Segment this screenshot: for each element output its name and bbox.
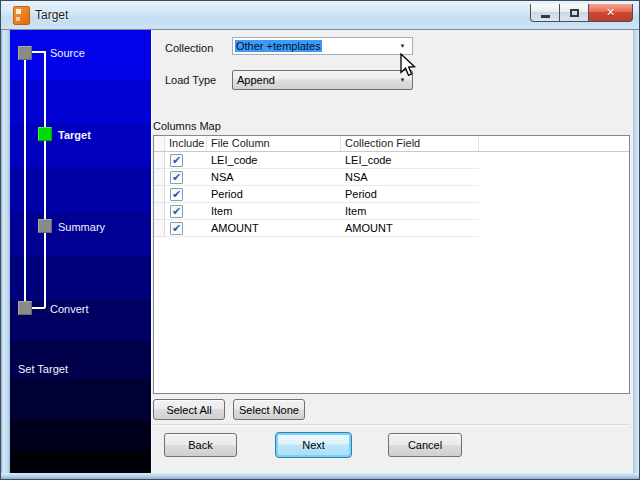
maximize-button[interactable] — [559, 4, 588, 22]
sidebar-status-text: Set Target — [18, 363, 68, 375]
step-connector-line — [44, 51, 46, 308]
collection-field-cell[interactable]: Period — [341, 186, 479, 203]
include-checkbox-checked[interactable]: ✔ — [170, 154, 183, 167]
select-none-button[interactable]: Select None — [233, 399, 305, 420]
load-type-value: Append — [237, 74, 275, 86]
include-checkbox-checked[interactable]: ✔ — [170, 188, 183, 201]
include-checkbox-checked[interactable]: ✔ — [170, 205, 183, 218]
file-column-cell[interactable]: AMOUNT — [207, 220, 341, 237]
window-frame-right — [633, 30, 640, 473]
titlebar[interactable]: Target ✕ — [1, 1, 640, 29]
sidebar-step-summary: Summary — [58, 221, 105, 233]
select-all-button[interactable]: Select All — [153, 399, 225, 420]
row-selector[interactable] — [154, 169, 165, 186]
collection-label: Collection — [165, 42, 213, 54]
load-type-label: Load Type — [165, 74, 216, 86]
sidebar-step-source: Source — [50, 47, 85, 59]
table-row[interactable]: ✔ LEI_code LEI_code — [154, 152, 479, 169]
app-icon — [13, 6, 30, 25]
row-selector[interactable] — [154, 203, 165, 220]
table-row[interactable]: ✔ Period Period — [154, 186, 479, 203]
columns-map-grid[interactable]: Include File Column Collection Field ✔ L… — [153, 135, 630, 394]
file-column-cell[interactable]: Item — [207, 203, 341, 220]
row-selector-header — [154, 136, 165, 151]
table-row[interactable]: ✔ AMOUNT AMOUNT — [154, 220, 479, 237]
table-row[interactable]: ✔ Item Item — [154, 203, 479, 220]
chevron-down-icon[interactable]: ▼ — [395, 39, 410, 53]
columns-map-title: Columns Map — [153, 120, 221, 132]
collection-field-cell[interactable]: LEI_code — [341, 152, 479, 169]
header-file-column: File Column — [207, 136, 341, 151]
step-connector-line — [24, 60, 26, 302]
check-icon: ✔ — [172, 206, 181, 217]
wizard-sidebar: Source Target Summary Convert Set Target — [10, 30, 151, 473]
next-button[interactable]: Next — [275, 432, 352, 458]
minimize-button[interactable] — [530, 4, 559, 22]
section-divider — [153, 424, 630, 426]
window-frame-left — [1, 30, 10, 473]
step-marker-convert — [18, 301, 32, 315]
check-icon: ✔ — [172, 172, 181, 183]
include-checkbox-checked[interactable]: ✔ — [170, 222, 183, 235]
close-icon: ✕ — [606, 6, 615, 19]
collection-field-cell[interactable]: AMOUNT — [341, 220, 479, 237]
step-marker-target-active — [38, 127, 52, 141]
row-selector[interactable] — [154, 220, 165, 237]
collection-dropdown[interactable]: Other +templates ▼ — [232, 37, 413, 55]
step-marker-summary — [38, 219, 52, 233]
step-marker-source — [18, 46, 32, 60]
check-icon: ✔ — [172, 155, 181, 166]
check-icon: ✔ — [172, 189, 181, 200]
row-selector[interactable] — [154, 186, 165, 203]
file-column-cell[interactable]: Period — [207, 186, 341, 203]
collection-field-cell[interactable]: NSA — [341, 169, 479, 186]
row-selector[interactable] — [154, 152, 165, 169]
step-connector-line — [32, 51, 45, 53]
header-collection-field: Collection Field — [341, 136, 479, 151]
main-panel: Collection Other +templates ▼ Load Type … — [151, 30, 633, 473]
header-include: Include — [165, 136, 207, 151]
collection-value-selected: Other +templates — [235, 40, 322, 52]
cancel-button[interactable]: Cancel — [388, 433, 462, 457]
window-controls: ✕ — [530, 4, 633, 22]
sidebar-step-convert: Convert — [50, 303, 89, 315]
mouse-cursor — [399, 53, 417, 80]
back-button[interactable]: Back — [164, 433, 237, 457]
table-row[interactable]: ✔ NSA NSA — [154, 169, 479, 186]
load-type-dropdown[interactable]: Append ▼ — [232, 70, 413, 90]
sidebar-step-target: Target — [58, 129, 91, 141]
close-button[interactable]: ✕ — [588, 4, 633, 22]
grid-header-row: Include File Column Collection Field — [154, 136, 629, 152]
window-frame-bottom — [1, 473, 640, 480]
step-connector-line — [32, 307, 45, 309]
file-column-cell[interactable]: LEI_code — [207, 152, 341, 169]
window-title: Target — [35, 8, 68, 22]
include-checkbox-checked[interactable]: ✔ — [170, 171, 183, 184]
wizard-window: Target ✕ Source Target Summary Convert — [0, 0, 640, 480]
minimize-icon — [541, 15, 550, 18]
maximize-icon — [570, 9, 579, 17]
collection-field-cell[interactable]: Item — [341, 203, 479, 220]
check-icon: ✔ — [172, 223, 181, 234]
file-column-cell[interactable]: NSA — [207, 169, 341, 186]
